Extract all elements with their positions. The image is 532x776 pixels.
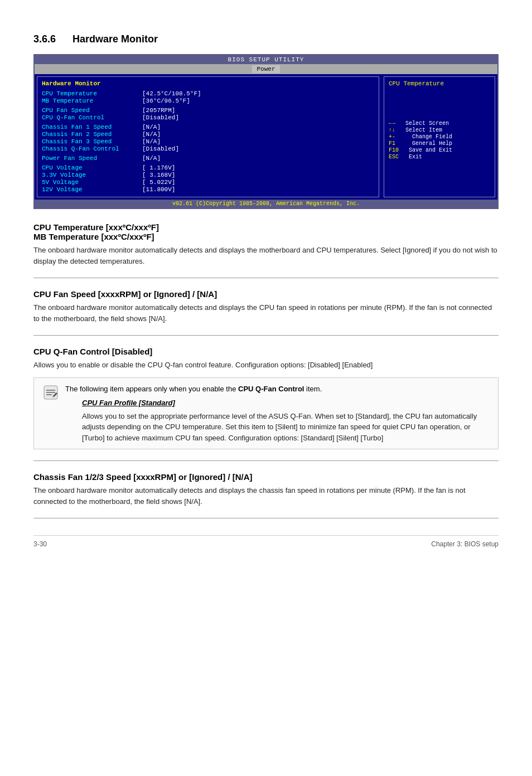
- heading-cpu-temp: CPU Temperature [xxxºC/xxxºF] MB Tempera…: [33, 222, 499, 241]
- bios-label-5v: 5V Voltage: [42, 179, 142, 186]
- bios-value-33v: [ 3.168V]: [142, 172, 175, 178]
- bios-desc-updown: Select Item: [405, 127, 442, 133]
- bios-left-panel: Hardware Monitor CPU Temperature [42.5°C…: [37, 76, 379, 197]
- bios-tab-power: Power: [252, 65, 279, 73]
- footer-chapter: Chapter 3: BIOS setup: [431, 540, 499, 548]
- bios-key-f1: F1: [389, 140, 405, 147]
- page-footer-divider: [33, 518, 499, 518]
- bios-desc-f1: General Help: [405, 140, 452, 147]
- bios-footer: v02.61 (C)Copyright 1985-2008, American …: [35, 200, 497, 208]
- bios-value-5v: [ 5.022V]: [142, 179, 175, 186]
- bios-value-chassis3: [N/A]: [142, 138, 161, 145]
- divider-2: [33, 335, 499, 336]
- note-bold-text: CPU Q-Fan Control: [238, 385, 304, 393]
- bios-value-cpu-temp: [42.5°C/108.5°F]: [142, 90, 201, 97]
- bios-label-chassis2: Chassis Fan 2 Speed: [42, 131, 142, 138]
- bios-value-chassis-qfan: [Disabled]: [142, 146, 179, 152]
- divider-1: [33, 278, 499, 278]
- bios-row-chassis-qfan: Chassis Q-Fan Control [Disabled]: [42, 146, 374, 152]
- note-pre-text: The following item appears only when you…: [65, 385, 238, 393]
- bios-help-esc: ESC Exit: [389, 154, 490, 160]
- bios-help-f10: F10 Save and Exit: [389, 147, 490, 153]
- bios-label-chassis-qfan: Chassis Q-Fan Control: [42, 146, 142, 152]
- bios-row-chassis3: Chassis Fan 3 Speed [N/A]: [42, 138, 374, 145]
- bios-label-chassis1: Chassis Fan 1 Speed: [42, 124, 142, 130]
- section-header: 3.6.6 Hardware Monitor: [33, 33, 499, 45]
- bios-row-cpu-qfan: CPU Q-Fan Control [Disabled]: [42, 114, 374, 121]
- bios-value-cpu-voltage: [ 1.176V]: [142, 164, 175, 171]
- bios-row-12v: 12V Voltage [11.800V]: [42, 186, 374, 193]
- bios-row-33v: 3.3V Voltage [ 3.168V]: [42, 172, 374, 178]
- bios-desc-plusminus: Change Field: [405, 134, 452, 140]
- bios-help-section: ←→ Select Screen ↑↓ Select Item +- Chang…: [389, 120, 490, 160]
- bios-value-cpu-fan: [2057RPM]: [142, 107, 175, 114]
- cpu-temp-section: CPU Temperature [xxxºC/xxxºF] MB Tempera…: [33, 222, 499, 266]
- divider-3: [33, 460, 499, 461]
- bios-label-power-fan: Power Fan Speed: [42, 155, 142, 162]
- bios-label-mb-temp: MB Temperature: [42, 98, 142, 104]
- heading-cpu-temp-text: CPU Temperature [xxxºC/xxxºF]: [33, 222, 159, 232]
- bios-label-cpu-fan: CPU Fan Speed: [42, 107, 142, 114]
- bios-label-chassis3: Chassis Fan 3 Speed: [42, 138, 142, 145]
- bios-value-power-fan: [N/A]: [142, 155, 161, 162]
- bios-row-cpu-temp: CPU Temperature [42.5°C/108.5°F]: [42, 90, 374, 97]
- bios-label-12v: 12V Voltage: [42, 186, 142, 193]
- cpu-mb-temp-body: The onboard hardware monitor automatical…: [33, 245, 499, 266]
- bios-help-plusminus: +- Change Field: [389, 134, 490, 140]
- indent-section: CPU Fan Profile [Standard] Allows you to…: [82, 397, 490, 443]
- bios-row-chassis1: Chassis Fan 1 Speed [N/A]: [42, 124, 374, 130]
- bios-row-cpu-fan: CPU Fan Speed [2057RPM]: [42, 107, 374, 114]
- section-number: 3.6.6: [33, 33, 56, 45]
- note-text: The following item appears only when you…: [65, 384, 490, 444]
- bios-section-title: Hardware Monitor: [42, 80, 374, 87]
- bios-row-power-fan: Power Fan Speed [N/A]: [42, 155, 374, 162]
- indent-body: Allows you to set the appropriate perfor…: [82, 411, 490, 444]
- cpu-qfan-section: CPU Q-Fan Control [Disabled] Allows you …: [33, 347, 499, 449]
- bios-row-5v: 5V Voltage [ 5.022V]: [42, 179, 374, 186]
- bios-title-text: BIOS SETUP UTILITY: [228, 56, 304, 63]
- bios-value-mb-temp: [36°C/96.5°F]: [142, 98, 190, 104]
- bios-desc-f10: Save and Exit: [405, 147, 452, 153]
- chassis-fan-body: The onboard hardware monitor automatical…: [33, 485, 499, 507]
- bios-help-arrows: ←→ Select Screen: [389, 120, 490, 127]
- bios-right-title: CPU Temperature: [389, 80, 490, 87]
- bios-key-esc: ESC: [389, 154, 405, 160]
- chassis-fan-section: Chassis Fan 1/2/3 Speed [xxxxRPM] or [Ig…: [33, 472, 499, 507]
- bios-tab-bar: Power: [35, 64, 497, 74]
- bios-screenshot: BIOS SETUP UTILITY Power Hardware Monito…: [33, 54, 499, 209]
- bios-row-chassis2: Chassis Fan 2 Speed [N/A]: [42, 131, 374, 138]
- bios-label-33v: 3.3V Voltage: [42, 172, 142, 178]
- bios-help-updown: ↑↓ Select Item: [389, 127, 490, 133]
- bios-label-cpu-temp: CPU Temperature: [42, 90, 142, 97]
- bios-value-chassis2: [N/A]: [142, 131, 161, 138]
- bios-label-cpu-voltage: CPU Voltage: [42, 164, 142, 171]
- bios-key-plusminus: +-: [389, 134, 405, 140]
- heading-cpu-qfan: CPU Q-Fan Control [Disabled]: [33, 347, 499, 356]
- bios-right-panel: CPU Temperature ←→ Select Screen ↑↓ Sele…: [384, 76, 495, 197]
- cpu-fan-body: The onboard hardware monitor automatical…: [33, 302, 499, 324]
- footer-page-number: 3-30: [33, 540, 47, 548]
- bios-key-f10: F10: [389, 147, 405, 153]
- note-post-text: item.: [304, 385, 322, 393]
- heading-chassis-fan: Chassis Fan 1/2/3 Speed [xxxxRPM] or [Ig…: [33, 472, 499, 482]
- page-footer: 3-30 Chapter 3: BIOS setup: [33, 535, 499, 548]
- bios-help-f1: F1 General Help: [389, 140, 490, 147]
- bios-desc-arrows: Select Screen: [405, 120, 449, 127]
- bios-title-bar: BIOS SETUP UTILITY: [35, 55, 497, 64]
- heading-cpu-fan: CPU Fan Speed [xxxxRPM] or [Ignored] / […: [33, 289, 499, 299]
- cpu-qfan-body: Allows you to enable or disable the CPU …: [33, 360, 499, 371]
- bios-row-mb-temp: MB Temperature [36°C/96.5°F]: [42, 98, 374, 104]
- note-icon: [42, 384, 60, 401]
- indent-title: CPU Fan Profile [Standard]: [82, 397, 490, 409]
- bios-content-area: Hardware Monitor CPU Temperature [42.5°C…: [35, 74, 497, 200]
- section-title: Hardware Monitor: [72, 33, 158, 45]
- bios-value-chassis1: [N/A]: [142, 124, 161, 130]
- cpu-fan-section: CPU Fan Speed [xxxxRPM] or [Ignored] / […: [33, 289, 499, 324]
- bios-key-arrows: ←→: [389, 120, 405, 127]
- bios-row-cpu-voltage: CPU Voltage [ 1.176V]: [42, 164, 374, 171]
- bios-key-updown: ↑↓: [389, 127, 405, 133]
- bios-value-12v: [11.800V]: [142, 186, 175, 193]
- note-box: The following item appears only when you…: [33, 377, 499, 450]
- bios-label-cpu-qfan: CPU Q-Fan Control: [42, 114, 142, 121]
- heading-mb-temp-text: MB Temperature [xxxºC/xxxºF]: [33, 232, 154, 241]
